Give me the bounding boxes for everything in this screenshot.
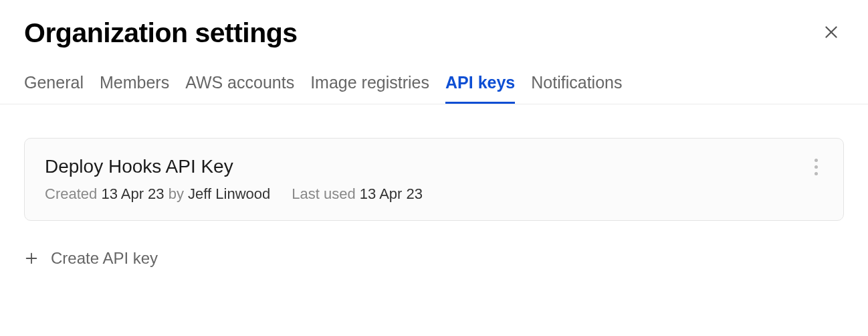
close-button[interactable]	[819, 19, 844, 47]
created-by-label: by	[169, 185, 184, 202]
close-icon	[823, 23, 840, 43]
page-title: Organization settings	[24, 17, 298, 49]
tab-general[interactable]: General	[24, 73, 84, 104]
create-api-key-label: Create API key	[51, 249, 158, 268]
last-used-date: 13 Apr 23	[360, 185, 423, 202]
created-by: Jeff Linwood	[188, 185, 270, 202]
tab-aws-accounts[interactable]: AWS accounts	[185, 73, 294, 104]
plus-icon	[24, 251, 39, 266]
created-label: Created	[45, 185, 97, 202]
more-options-button[interactable]	[809, 156, 823, 178]
tab-members[interactable]: Members	[100, 73, 169, 104]
more-vertical-icon	[815, 159, 818, 175]
create-api-key-button[interactable]: Create API key	[24, 249, 158, 268]
api-key-name: Deploy Hooks API Key	[45, 156, 809, 177]
api-key-card: Deploy Hooks API Key Created 13 Apr 23 b…	[24, 138, 844, 221]
tab-image-registries[interactable]: Image registries	[310, 73, 429, 104]
tab-api-keys[interactable]: API keys	[445, 73, 515, 104]
tabs-nav: General Members AWS accounts Image regis…	[0, 73, 868, 104]
tab-notifications[interactable]: Notifications	[531, 73, 622, 104]
api-key-meta: Created 13 Apr 23 by Jeff Linwood Last u…	[45, 185, 809, 203]
last-used-label: Last used	[292, 185, 355, 202]
created-date: 13 Apr 23	[101, 185, 164, 202]
